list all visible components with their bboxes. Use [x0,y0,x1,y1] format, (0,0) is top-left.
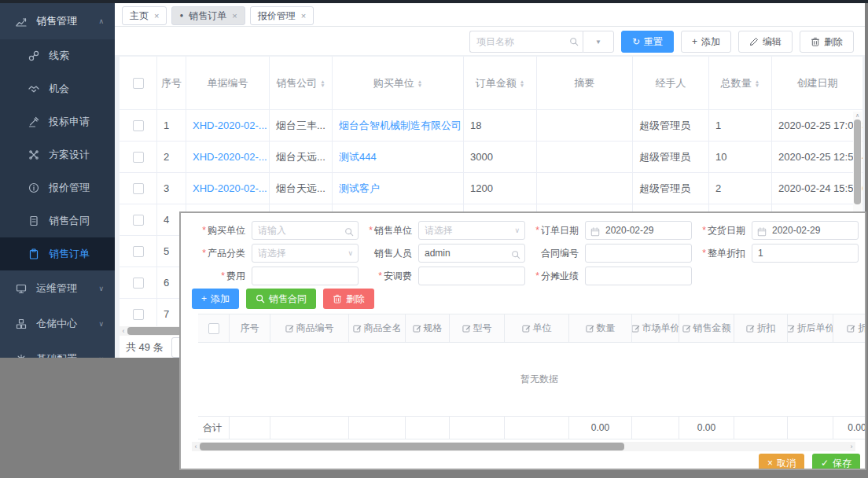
search-dropdown-button[interactable]: ▼ [583,31,614,53]
sort-icon[interactable]: ▲▼ [417,79,422,87]
sort-icon[interactable]: ▲▼ [320,79,325,87]
tab-quote-management[interactable]: 报价管理 × [250,6,314,25]
order-discount-input[interactable] [752,244,859,263]
scroll-right-icon[interactable]: › [848,442,855,451]
column-header-discount[interactable]: 折扣 [734,314,788,342]
sidebar-item-solution-design[interactable]: 方案设计 [0,138,115,171]
dialog-delete-button[interactable]: 删除 [323,289,374,309]
row-checkbox[interactable] [133,183,144,194]
edit-column-icon[interactable] [788,324,795,333]
column-header-market-price[interactable]: 市场单价 [632,314,679,342]
column-header-model[interactable]: 型号 [450,314,505,342]
buyer-link[interactable]: 烟台合智机械制造有限公司 [339,119,462,133]
cancel-button[interactable]: × 取消 [759,454,804,470]
order-discount-text[interactable] [752,245,858,262]
sort-icon[interactable]: ▲▼ [755,79,760,87]
column-header-discounted-price[interactable]: 折后单价 [788,314,833,342]
row-checkbox[interactable] [133,120,144,131]
tab-sales-order[interactable]: ● 销售订单 × [171,6,245,25]
edit-column-icon[interactable] [353,324,362,333]
sidebar-item-warehouse-center[interactable]: 仓储中心 ∨ [0,306,115,341]
fee-text[interactable] [252,267,358,285]
column-header-truncated[interactable]: 折 [833,314,866,342]
edit-button[interactable]: 编辑 [738,31,793,53]
sidebar-item-sales-management[interactable]: 销售管理 ∧ [0,3,115,39]
product-category-select[interactable]: ∨ [252,244,359,263]
purchase-unit-text[interactable] [252,222,358,239]
sidebar-item-leads[interactable]: 线索 [0,39,115,72]
search-input[interactable] [469,31,565,53]
dialog-add-button[interactable]: + 添加 [192,289,239,309]
sidebar-item-sales-order[interactable]: 销售订单 [0,237,115,270]
column-header-product-code[interactable]: 商品编号 [270,314,349,342]
column-header-sales-amount[interactable]: 销售金额 [679,314,734,342]
column-header-product-name[interactable]: 商品全名 [349,314,406,342]
row-checkbox[interactable] [133,278,144,289]
sales-unit-select[interactable]: ∨ [418,221,525,240]
shared-performance-input[interactable] [585,267,692,285]
column-header-company[interactable]: 销售公司▲▼ [270,57,333,109]
buyer-link[interactable]: 测试444 [339,150,377,164]
table-row[interactable]: 2 XHD-2020-02-... 烟台天远... 测试444 3000 超级管… [120,142,862,173]
product-category-text[interactable] [252,245,358,262]
edit-column-icon[interactable] [522,324,531,333]
shared-performance-text[interactable] [586,267,691,285]
table-row[interactable]: 1 XHD-2020-02-... 烟台三丰... 烟台合智机械制造有限公司 1… [120,110,862,142]
dialog-sales-contract-button[interactable]: 销售合同 [246,289,316,309]
column-header-qty[interactable]: 数量 [569,314,632,342]
close-icon[interactable]: × [154,11,159,20]
column-header-buyer[interactable]: 购买单位▲▼ [333,57,464,109]
sidebar-item-bid-application[interactable]: 投标申请 [0,105,115,138]
select-all-checkbox[interactable] [133,78,144,89]
sidebar-item-basic-config[interactable]: 基础配置 ∨ [0,341,115,358]
scroll-left-icon[interactable]: ‹ [192,442,200,451]
delete-button[interactable]: 删除 [800,31,854,53]
scroll-up-icon[interactable]: ∧ [853,112,862,120]
row-checkbox[interactable] [133,309,144,320]
contract-no-input[interactable] [585,244,692,263]
row-checkbox[interactable] [133,215,144,226]
edit-column-icon[interactable] [413,324,421,333]
row-checkbox[interactable] [133,246,144,257]
buyer-link[interactable]: 测试客户 [339,182,380,196]
table-row[interactable]: 3 XHD-2020-02-... 烟台天远... 测试客户 1200 超级管理… [120,173,862,204]
fee-input[interactable] [252,267,359,285]
sidebar-item-quote-management[interactable]: 报价管理 [0,171,115,204]
install-fee-input[interactable] [418,267,525,285]
delivery-date-input[interactable] [752,221,859,240]
sidebar-item-ops-management[interactable]: 运维管理 ∨ [0,270,115,306]
column-header-amount[interactable]: 订单金额▲▼ [464,57,537,109]
sales-unit-text[interactable] [419,222,524,239]
edit-column-icon[interactable] [586,324,594,333]
edit-column-icon[interactable] [746,324,755,333]
delivery-date-text[interactable] [767,222,858,239]
close-icon[interactable]: × [301,11,306,20]
tab-home[interactable]: 主页 × [122,6,167,25]
add-button[interactable]: + 添加 [681,31,731,53]
order-date-text[interactable] [600,222,691,239]
save-button[interactable]: ✓ 保存 [812,454,860,470]
sidebar-item-opportunities[interactable]: 机会 [0,72,115,105]
column-header-qty[interactable]: 总数量▲▼ [709,57,772,109]
contract-no-text[interactable] [586,245,691,262]
row-checkbox[interactable] [133,152,144,163]
edit-column-icon[interactable] [462,324,471,333]
install-fee-text[interactable] [419,267,524,285]
column-header-unit[interactable]: 单位 [505,314,569,342]
edit-column-icon[interactable] [682,324,691,333]
dialog-horizontal-scrollbar[interactable]: ‹ › [192,442,855,451]
sales-person-input[interactable] [418,244,525,263]
sidebar-item-sales-contract[interactable]: 销售合同 [0,204,115,237]
purchase-unit-input[interactable] [252,221,359,240]
reset-button[interactable]: ↻ 重置 [621,31,674,53]
sort-icon[interactable]: ▲▼ [520,79,524,87]
sales-person-text[interactable] [419,245,524,262]
doc-no-link[interactable]: XHD-2020-02-... [193,151,267,163]
close-icon[interactable]: × [232,11,237,20]
column-header-spec[interactable]: 规格 [406,314,450,342]
order-date-input[interactable] [585,221,692,240]
select-all-checkbox[interactable] [208,323,219,334]
scroll-left-icon[interactable]: ‹ [120,326,127,336]
vertical-scrollbar-thumb[interactable] [854,120,861,204]
edit-column-icon[interactable] [847,324,855,333]
